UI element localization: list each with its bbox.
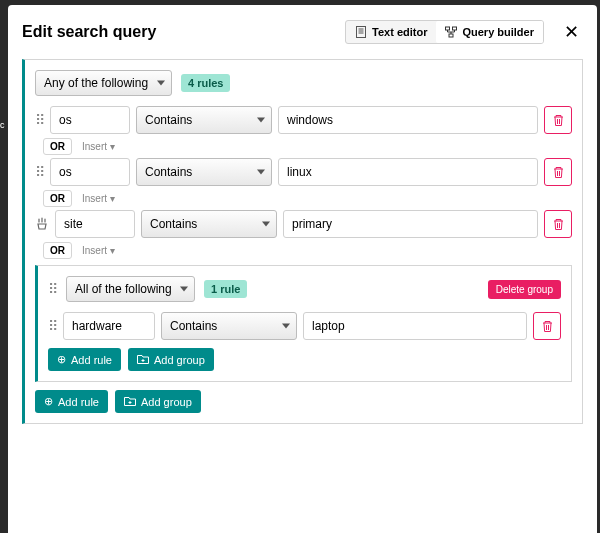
builder-icon <box>445 26 457 38</box>
drag-handle-icon[interactable] <box>48 281 57 297</box>
plus-circle-icon: ⊕ <box>44 395 53 408</box>
svg-rect-5 <box>453 27 457 30</box>
delete-rule-button[interactable] <box>544 158 572 186</box>
trash-icon <box>552 166 565 179</box>
svg-rect-6 <box>449 34 453 37</box>
rule-row: Contains <box>35 158 572 186</box>
field-input[interactable] <box>50 158 130 186</box>
rule-count-badge: 1 rule <box>204 280 247 298</box>
trash-icon <box>552 218 565 231</box>
value-input[interactable] <box>283 210 538 238</box>
operator-select[interactable]: Contains <box>141 210 277 238</box>
add-group-button[interactable]: Add group <box>115 390 201 413</box>
folder-plus-icon <box>137 354 149 365</box>
group-mode-select[interactable]: All of the following <box>66 276 195 302</box>
delete-group-button[interactable]: Delete group <box>488 280 561 299</box>
drag-handle-icon[interactable] <box>48 318 57 334</box>
connector-row: OR Insert ▾ <box>43 138 572 155</box>
query-builder-label: Query builder <box>462 26 534 38</box>
group-mode-select[interactable]: Any of the following <box>35 70 172 96</box>
insert-button[interactable]: Insert ▾ <box>82 193 115 204</box>
rule-row: Contains <box>35 210 572 238</box>
value-input[interactable] <box>278 106 538 134</box>
drag-handle-icon[interactable] <box>35 164 44 180</box>
grab-handle-icon[interactable] <box>35 217 49 231</box>
field-input[interactable] <box>50 106 130 134</box>
trash-icon <box>541 320 554 333</box>
rule-count-badge: 4 rules <box>181 74 230 92</box>
close-button[interactable]: ✕ <box>560 17 583 47</box>
value-input[interactable] <box>278 158 538 186</box>
operator-select[interactable]: Contains <box>136 158 272 186</box>
svg-rect-4 <box>446 27 450 30</box>
svg-rect-0 <box>357 27 366 38</box>
query-builder-tab[interactable]: Query builder <box>436 21 543 43</box>
rule-row: Contains <box>35 106 572 134</box>
plus-circle-icon: ⊕ <box>57 353 66 366</box>
connector-label: OR <box>43 242 72 259</box>
folder-plus-icon <box>124 396 136 407</box>
value-input[interactable] <box>303 312 527 340</box>
add-rule-button[interactable]: ⊕Add rule <box>48 348 121 371</box>
delete-rule-button[interactable] <box>544 210 572 238</box>
connector-row: OR Insert ▾ <box>43 190 572 207</box>
add-group-button[interactable]: Add group <box>128 348 214 371</box>
drag-handle-icon[interactable] <box>35 112 44 128</box>
operator-select[interactable]: Contains <box>161 312 297 340</box>
text-editor-tab[interactable]: Text editor <box>346 21 436 43</box>
operator-select[interactable]: Contains <box>136 106 272 134</box>
document-icon <box>355 26 367 38</box>
connector-label: OR <box>43 138 72 155</box>
editor-mode-toggle: Text editor Query builder <box>345 20 544 44</box>
modal-header: Edit search query Text editor Query buil… <box>8 5 597 59</box>
rule-group-root: Any of the following 4 rules Contains OR… <box>22 59 583 424</box>
connector-label: OR <box>43 190 72 207</box>
text-editor-label: Text editor <box>372 26 427 38</box>
field-input[interactable] <box>55 210 135 238</box>
rule-row: Contains <box>48 312 561 340</box>
insert-button[interactable]: Insert ▾ <box>82 245 115 256</box>
add-rule-button[interactable]: ⊕Add rule <box>35 390 108 413</box>
delete-rule-button[interactable] <box>544 106 572 134</box>
delete-rule-button[interactable] <box>533 312 561 340</box>
query-builder-modal: Edit search query Text editor Query buil… <box>8 5 597 533</box>
field-input[interactable] <box>63 312 155 340</box>
rule-group-nested: All of the following 1 rule Delete group… <box>35 265 572 382</box>
modal-title: Edit search query <box>22 23 335 41</box>
insert-button[interactable]: Insert ▾ <box>82 141 115 152</box>
connector-row: OR Insert ▾ <box>43 242 572 259</box>
trash-icon <box>552 114 565 127</box>
